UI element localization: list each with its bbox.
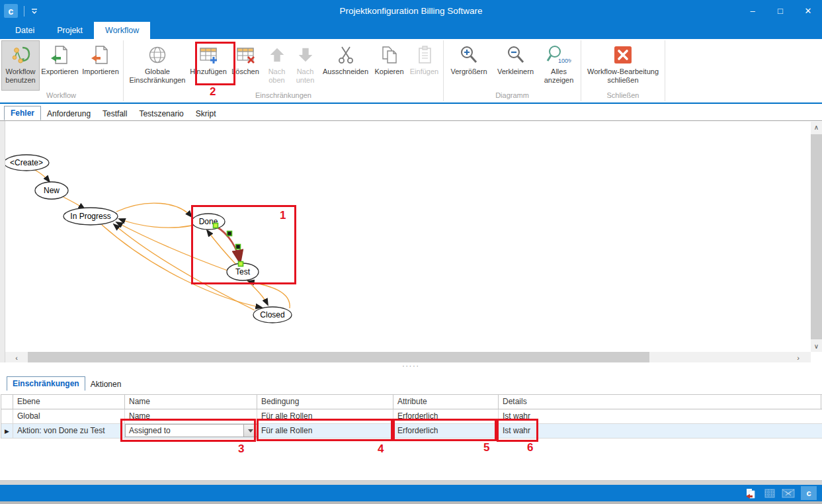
- scissors-icon: [335, 43, 356, 67]
- scroll-up-button[interactable]: ∧: [811, 122, 822, 133]
- diagram-horizontal-scrollbar[interactable]: ‹ ›: [5, 352, 811, 363]
- einfuegen-button[interactable]: Einfügen: [407, 40, 441, 91]
- scroll-down-button[interactable]: ∨: [811, 341, 822, 352]
- application-window: c Projektkonfiguration Billing Software …: [0, 0, 822, 504]
- globale-einschraenkungen-button[interactable]: Globale Einschränkungen: [126, 40, 189, 91]
- edge-test-to-closed[interactable]: [247, 280, 268, 305]
- cell-name: Assigned to: [125, 424, 257, 438]
- table-delete-icon: [235, 43, 256, 67]
- vergroessern-button[interactable]: Vergrößern: [446, 40, 492, 91]
- name-dropdown[interactable]: Assigned to: [125, 424, 257, 437]
- vertical-scroll-thumb[interactable]: [811, 134, 822, 339]
- grid-status-icon[interactable]: [764, 488, 776, 499]
- tab-fehler[interactable]: Fehler: [4, 106, 41, 120]
- node-in-progress[interactable]: In Progress: [63, 208, 118, 225]
- exportieren-button[interactable]: Exportieren: [40, 40, 80, 91]
- zoom-in-icon: [458, 43, 479, 67]
- column-header-name[interactable]: Name: [125, 395, 257, 409]
- import-icon: [90, 43, 111, 67]
- column-header-attribute[interactable]: Attribute: [393, 395, 499, 409]
- cell-attribute[interactable]: Erforderlich: [393, 409, 499, 423]
- selection-handle[interactable]: [227, 231, 232, 236]
- dropdown-button[interactable]: [243, 425, 257, 437]
- tab-einschraenkungen[interactable]: Einschränkungen: [7, 376, 85, 391]
- ausschneiden-button[interactable]: Ausschneiden: [320, 40, 371, 91]
- zoom-100-icon: 100%: [546, 43, 571, 67]
- minimize-button[interactable]: –: [739, 0, 766, 22]
- svg-text:Test: Test: [235, 267, 251, 276]
- cell-ebene[interactable]: Global: [13, 409, 125, 423]
- selection-handle[interactable]: [236, 245, 241, 249]
- panel-splitter[interactable]: ·····: [0, 362, 822, 370]
- ribbon-button-label: Nach oben: [264, 67, 290, 85]
- chevron-down-icon: [248, 429, 253, 433]
- mail-status-icon[interactable]: [782, 488, 795, 499]
- ribbon-button-label: Ausschneiden: [323, 67, 368, 76]
- node-new[interactable]: New: [35, 182, 68, 199]
- close-button[interactable]: ✕: [794, 0, 822, 22]
- copy-icon: [379, 43, 400, 67]
- importieren-button[interactable]: Importieren: [80, 40, 121, 91]
- tab-testszenario[interactable]: Testszenario: [133, 107, 189, 120]
- row-indicator: ▶: [1, 424, 13, 438]
- cell-attribute[interactable]: Erforderlich: [393, 424, 499, 438]
- cell-ebene[interactable]: Aktion: von Done zu Test: [13, 424, 125, 438]
- cell-name[interactable]: Name: [125, 409, 257, 423]
- nach-oben-button[interactable]: Nach oben: [263, 40, 290, 91]
- hinzufuegen-button[interactable]: Hinzufügen: [189, 40, 227, 91]
- table-row[interactable]: Global Name Für alle Rollen Erforderlich…: [1, 409, 822, 424]
- edge-done-to-in-progress[interactable]: [119, 219, 192, 228]
- titlebar-separator: [24, 6, 24, 17]
- ribbon-separator: [581, 40, 581, 101]
- scroll-right-button[interactable]: ›: [787, 352, 809, 363]
- diagram-vertical-scrollbar[interactable]: ∧ ∨: [811, 122, 822, 352]
- node-closed[interactable]: Closed: [253, 307, 292, 323]
- nach-unten-button[interactable]: Nach unten: [290, 40, 320, 91]
- tab-anforderung[interactable]: Anforderung: [41, 107, 97, 120]
- node-done[interactable]: Done: [192, 214, 225, 230]
- ribbon-tab-workflow[interactable]: Workflow: [94, 22, 150, 39]
- ribbon-button-label: Workflow benutzen: [2, 67, 39, 85]
- column-header-bedingung[interactable]: Bedingung: [257, 395, 393, 409]
- kopieren-button[interactable]: Kopieren: [371, 40, 407, 91]
- cell-bedingung[interactable]: Für alle Rollen: [257, 409, 393, 423]
- ribbon-tab-bar: Datei Projekt Workflow: [0, 22, 822, 39]
- globe-icon: [147, 43, 168, 67]
- tab-skript[interactable]: Skript: [190, 107, 222, 120]
- copy-status-icon[interactable]: [745, 487, 758, 499]
- selection-handle[interactable]: [214, 224, 218, 228]
- workflow-diagram-canvas[interactable]: <Create>NewIn ProgressDoneTestClosed ∧ ∨…: [0, 120, 822, 362]
- ribbon-tab-projekt[interactable]: Projekt: [46, 22, 94, 39]
- selection-handle[interactable]: [239, 262, 243, 267]
- cell-bedingung[interactable]: Für alle Rollen: [257, 424, 393, 438]
- cell-details[interactable]: Ist wahr: [499, 409, 821, 423]
- cell-details[interactable]: Ist wahr: [499, 424, 821, 438]
- edge-create-to-new[interactable]: [35, 170, 50, 182]
- maximize-button[interactable]: □: [766, 0, 794, 22]
- node-create[interactable]: <Create>: [5, 155, 49, 171]
- edge-closed-to-test[interactable]: [248, 281, 290, 308]
- quick-access-dropdown-icon[interactable]: [30, 7, 39, 15]
- constraints-panel: Einschränkungen Aktionen Ebene Name Bedi…: [0, 370, 822, 481]
- loeschen-button[interactable]: Löschen: [227, 40, 263, 91]
- workflow-bearbeitung-schliessen-button[interactable]: Workflow-Bearbeitung schließen: [583, 40, 663, 91]
- edge-new-to-in-progress[interactable]: [63, 197, 85, 209]
- app-status-icon[interactable]: c: [801, 486, 817, 500]
- edge-in-progress-to-done[interactable]: [116, 203, 192, 217]
- tab-testfall[interactable]: Testfall: [97, 107, 133, 120]
- table-row-selected[interactable]: ▶ Aktion: von Done zu Test Assigned to F…: [1, 424, 822, 439]
- ribbon-tab-datei[interactable]: Datei: [4, 22, 46, 39]
- column-header-ebene[interactable]: Ebene: [13, 395, 125, 409]
- close-workflow-icon: [612, 43, 634, 67]
- ribbon-button-label: Exportieren: [41, 67, 78, 76]
- horizontal-scroll-thumb[interactable]: [28, 352, 649, 363]
- column-header-details[interactable]: Details: [499, 395, 821, 409]
- tab-aktionen[interactable]: Aktionen: [85, 378, 127, 391]
- scroll-left-button[interactable]: ‹: [5, 352, 28, 363]
- constraints-table: Ebene Name Bedingung Attribute Details G…: [1, 394, 822, 439]
- zoom-out-icon: [505, 43, 526, 67]
- alles-anzeigen-button[interactable]: 100% Alles anzeigen: [539, 40, 579, 91]
- verkleinern-button[interactable]: Verkleinern: [492, 40, 539, 91]
- app-logo-icon[interactable]: c: [4, 4, 18, 18]
- workflow-benutzen-button[interactable]: Workflow benutzen: [1, 40, 40, 91]
